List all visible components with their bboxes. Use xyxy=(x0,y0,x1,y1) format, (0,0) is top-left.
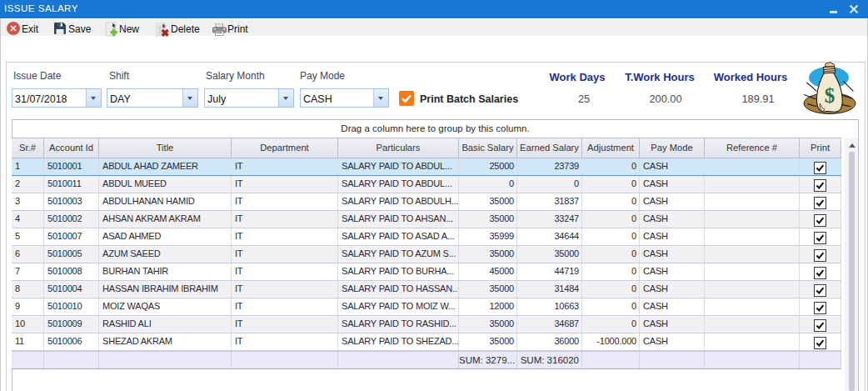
svg-text:$: $ xyxy=(825,84,836,107)
